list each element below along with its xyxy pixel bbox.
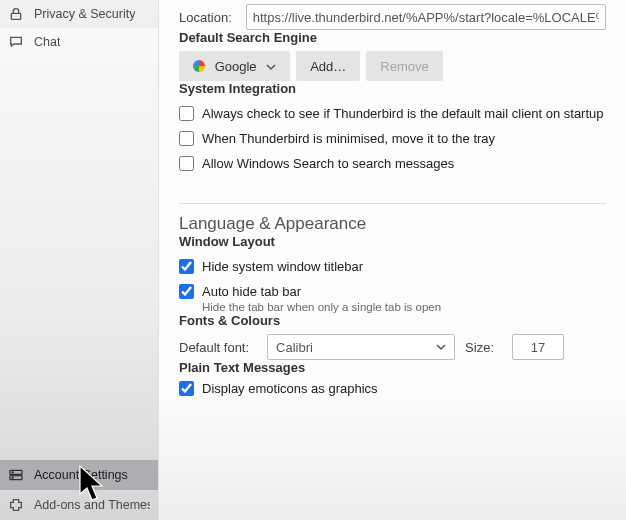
font-size-label: Size:: [465, 340, 494, 355]
auto-hide-tab-note: Hide the tab bar when only a single tab …: [202, 301, 606, 313]
divider: [179, 203, 606, 204]
sidebar-item-label: Add-ons and Themes: [34, 498, 150, 512]
default-client-row: Always check to see if Thunderbird is th…: [179, 106, 606, 121]
auto-hide-tab-label: Auto hide tab bar: [202, 284, 301, 299]
default-font-label: Default font:: [179, 340, 249, 355]
location-input[interactable]: [246, 4, 606, 30]
svg-point-3: [12, 472, 13, 473]
sidebar-item-addons[interactable]: Add-ons and Themes: [0, 490, 158, 520]
hide-titlebar-row: Hide system window titlebar: [179, 259, 606, 274]
default-client-label: Always check to see if Thunderbird is th…: [202, 106, 604, 121]
svg-point-4: [12, 477, 13, 478]
default-font-value: Calibri: [276, 340, 313, 355]
google-icon: [193, 60, 205, 72]
sidebar: Privacy & Security Chat: [0, 0, 158, 520]
windows-search-row: Allow Windows Search to search messages: [179, 156, 606, 171]
search-engine-value: Google: [215, 59, 257, 74]
sidebar-item-label: Privacy & Security: [34, 7, 135, 21]
settings-panel: Location: Default Search Engine Google A…: [158, 0, 626, 520]
emoticons-label: Display emoticons as graphics: [202, 381, 378, 396]
hide-titlebar-checkbox[interactable]: [179, 259, 194, 274]
add-engine-button[interactable]: Add…: [296, 51, 360, 81]
windows-search-checkbox[interactable]: [179, 156, 194, 171]
minimise-tray-checkbox[interactable]: [179, 131, 194, 146]
window-layout-heading: Window Layout: [179, 234, 606, 249]
lock-icon: [8, 6, 26, 22]
search-engine-dropdown[interactable]: Google: [179, 51, 290, 81]
font-size-select[interactable]: 17: [512, 334, 564, 360]
emoticons-checkbox[interactable]: [179, 381, 194, 396]
plain-text-heading: Plain Text Messages: [179, 360, 606, 375]
default-search-heading: Default Search Engine: [179, 30, 606, 45]
sidebar-item-label: Chat: [34, 35, 60, 49]
windows-search-label: Allow Windows Search to search messages: [202, 156, 454, 171]
account-icon: [8, 467, 26, 483]
language-appearance-heading: Language & Appearance: [179, 214, 606, 234]
puzzle-icon: [8, 497, 26, 513]
hide-titlebar-label: Hide system window titlebar: [202, 259, 363, 274]
default-font-select[interactable]: Calibri: [267, 334, 455, 360]
sidebar-item-label: Account Settings: [34, 468, 128, 482]
location-label: Location:: [179, 10, 232, 25]
sidebar-item-account-settings[interactable]: Account Settings: [0, 460, 158, 490]
default-client-checkbox[interactable]: [179, 106, 194, 121]
system-integration-heading: System Integration: [179, 81, 606, 96]
fonts-colours-heading: Fonts & Colours: [179, 313, 606, 328]
emoticons-row: Display emoticons as graphics: [179, 381, 606, 396]
auto-hide-tab-checkbox[interactable]: [179, 284, 194, 299]
svg-rect-0: [11, 13, 20, 19]
sidebar-item-chat[interactable]: Chat: [0, 28, 158, 56]
chat-icon: [8, 34, 26, 50]
sidebar-item-privacy[interactable]: Privacy & Security: [0, 0, 158, 28]
font-size-value: 17: [531, 340, 545, 355]
minimise-tray-row: When Thunderbird is minimised, move it t…: [179, 131, 606, 146]
chevron-down-icon: [266, 62, 276, 72]
auto-hide-tab-row: Auto hide tab bar: [179, 284, 606, 299]
chevron-down-icon: [436, 342, 446, 352]
remove-engine-button: Remove: [366, 51, 442, 81]
minimise-tray-label: When Thunderbird is minimised, move it t…: [202, 131, 495, 146]
